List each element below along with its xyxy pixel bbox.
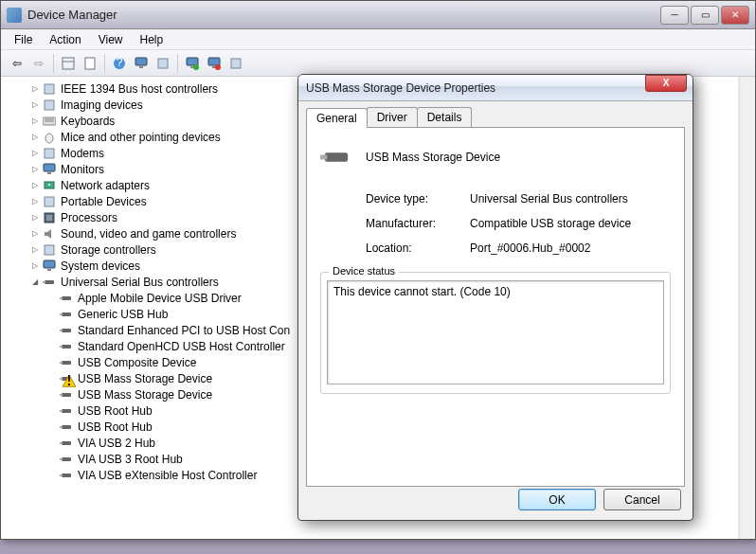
tree-item-label: Keyboards bbox=[61, 115, 115, 128]
usbdev-icon bbox=[59, 355, 74, 370]
disable-button[interactable] bbox=[204, 53, 225, 74]
storage-icon bbox=[42, 242, 57, 258]
minimize-button[interactable]: ─ bbox=[660, 6, 689, 25]
ok-button[interactable]: OK bbox=[518, 489, 596, 510]
enable-icon bbox=[229, 57, 243, 70]
keyboard-icon bbox=[42, 114, 57, 129]
usbdev-icon bbox=[59, 403, 74, 419]
expand-toggle-icon[interactable]: ▷ bbox=[29, 164, 40, 174]
menu-view[interactable]: View bbox=[91, 31, 131, 48]
menu-help[interactable]: Help bbox=[133, 31, 171, 48]
help-icon: ? bbox=[113, 57, 126, 70]
svg-rect-16 bbox=[85, 58, 95, 69]
tree-item-label: Apple Mobile Device USB Driver bbox=[78, 292, 242, 305]
expand-toggle-icon[interactable]: ▷ bbox=[29, 212, 40, 223]
usbdev-icon bbox=[59, 371, 74, 386]
tree-item-label: USB Mass Storage Device bbox=[78, 372, 212, 385]
menu-file[interactable]: File bbox=[7, 31, 40, 48]
usbdev-icon bbox=[59, 436, 74, 451]
usbdev-icon bbox=[59, 323, 74, 338]
titlebar[interactable]: Device Manager ─ ▭ ✕ bbox=[1, 1, 755, 29]
tree-item-label: Generic USB Hub bbox=[78, 308, 168, 321]
system-icon bbox=[42, 259, 57, 274]
device-status-group: Device status bbox=[320, 272, 671, 394]
expand-toggle-icon[interactable]: ▷ bbox=[29, 99, 40, 110]
usbdev-icon bbox=[59, 468, 74, 483]
maximize-button[interactable]: ▭ bbox=[691, 6, 719, 25]
usbdev-icon bbox=[59, 339, 74, 354]
expand-toggle-icon[interactable]: ▷ bbox=[29, 83, 40, 94]
tree-item-label: USB Mass Storage Device bbox=[78, 388, 212, 402]
usbdev-icon bbox=[59, 291, 74, 306]
usbdev-icon bbox=[59, 420, 74, 435]
tree-item-label: Portable Devices bbox=[61, 195, 147, 208]
expand-spacer bbox=[46, 373, 57, 384]
sound-icon bbox=[42, 226, 57, 241]
tree-item-label: USB Root Hub bbox=[78, 420, 153, 434]
expand-spacer bbox=[46, 325, 57, 335]
enable-button[interactable] bbox=[225, 53, 246, 74]
expand-spacer bbox=[46, 293, 57, 303]
expand-toggle-icon[interactable]: ▷ bbox=[29, 148, 40, 158]
dialog-titlebar[interactable]: USB Mass Storage Device Properties X bbox=[298, 75, 693, 101]
window-title: Device Manager bbox=[27, 8, 660, 22]
properties-dialog: USB Mass Storage Device Properties X Gen… bbox=[297, 74, 693, 521]
expand-toggle-icon[interactable]: ◢ bbox=[29, 277, 40, 287]
expand-toggle-icon[interactable]: ▷ bbox=[29, 244, 40, 255]
warning-overlay-icon bbox=[63, 375, 76, 388]
close-button[interactable]: ✕ bbox=[721, 6, 749, 25]
monitor-icon bbox=[42, 162, 57, 177]
menu-action[interactable]: Action bbox=[42, 31, 88, 48]
disable-icon bbox=[207, 57, 221, 70]
tree-item-label: VIA USB eXtensible Host Controller bbox=[78, 469, 257, 482]
uninstall-icon bbox=[186, 57, 199, 70]
modem-icon bbox=[42, 146, 57, 161]
usb-icon bbox=[42, 275, 57, 290]
scan-icon bbox=[135, 57, 148, 70]
dialog-title: USB Mass Storage Device Properties bbox=[304, 81, 645, 95]
show-hide-tree-button[interactable] bbox=[58, 53, 79, 74]
svg-text:?: ? bbox=[117, 57, 123, 69]
expand-toggle-icon[interactable]: ▷ bbox=[29, 228, 40, 239]
tree-icon bbox=[62, 57, 75, 70]
expand-toggle-icon[interactable]: ▷ bbox=[29, 132, 40, 142]
tree-item-label: VIA USB 2 Hub bbox=[78, 437, 155, 450]
device-status-text[interactable] bbox=[327, 280, 664, 384]
forward-button[interactable]: ⇨ bbox=[28, 53, 49, 74]
expand-spacer bbox=[46, 309, 57, 319]
tab-general[interactable]: General bbox=[306, 108, 368, 128]
vertical-scrollbar[interactable] bbox=[739, 77, 755, 539]
uninstall-button[interactable] bbox=[182, 53, 203, 74]
expand-spacer bbox=[46, 421, 57, 432]
properties-button[interactable] bbox=[80, 53, 100, 74]
dialog-close-button[interactable]: X bbox=[645, 75, 687, 92]
tab-driver[interactable]: Driver bbox=[367, 107, 418, 127]
update-driver-button[interactable] bbox=[153, 53, 173, 74]
label-device-type: Device type: bbox=[366, 192, 470, 206]
expand-spacer bbox=[46, 438, 57, 448]
cancel-button[interactable]: Cancel bbox=[603, 489, 681, 510]
tree-item-label: Standard OpenHCD USB Host Controller bbox=[78, 340, 285, 353]
app-icon bbox=[7, 8, 22, 23]
scan-hardware-button[interactable] bbox=[131, 53, 152, 74]
tree-item-label: Storage controllers bbox=[61, 243, 156, 257]
menubar: File Action View Help bbox=[1, 29, 755, 50]
device-name: USB Mass Storage Device bbox=[366, 151, 500, 164]
value-manufacturer: Compatible USB storage device bbox=[470, 217, 671, 230]
expand-toggle-icon[interactable]: ▷ bbox=[29, 180, 40, 190]
expand-toggle-icon[interactable]: ▷ bbox=[29, 196, 40, 206]
expand-toggle-icon[interactable]: ▷ bbox=[29, 260, 40, 271]
svg-rect-14 bbox=[63, 58, 74, 69]
tab-details[interactable]: Details bbox=[417, 107, 473, 127]
network-icon bbox=[42, 178, 57, 193]
tree-item-label: System devices bbox=[61, 259, 140, 273]
help-button[interactable]: ? bbox=[109, 53, 130, 74]
svg-point-19 bbox=[193, 64, 199, 70]
expand-spacer bbox=[46, 389, 57, 400]
back-button[interactable]: ⇦ bbox=[7, 53, 27, 74]
back-arrow-icon: ⇦ bbox=[12, 57, 22, 70]
expand-spacer bbox=[46, 357, 57, 367]
expand-toggle-icon[interactable]: ▷ bbox=[29, 116, 40, 126]
tree-item-label: VIA USB 3 Root Hub bbox=[78, 453, 183, 466]
label-manufacturer: Manufacturer: bbox=[366, 217, 470, 230]
